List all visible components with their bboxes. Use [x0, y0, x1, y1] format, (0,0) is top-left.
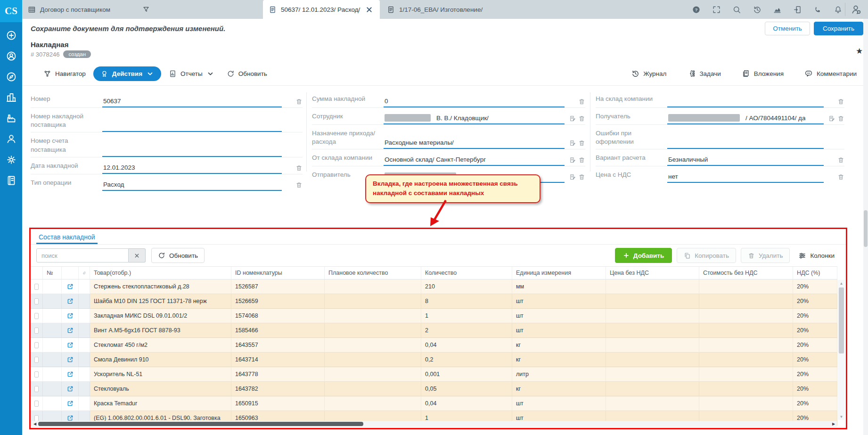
tab-contract-supplier[interactable]: Договор с поставщиком [22, 0, 156, 19]
cell-vat[interactable]: 20% [793, 323, 837, 338]
table-refresh-button[interactable]: Обновить [151, 248, 205, 263]
cell-product[interactable]: Стекломат 450 г/м2 [90, 338, 231, 353]
row-checkbox[interactable] [34, 357, 39, 363]
table-horizontal-scrollbar[interactable]: ◀ ▶ [32, 421, 837, 427]
cell-cost-no-vat[interactable] [699, 382, 793, 396]
cell-product[interactable]: Ускоритель NL-51 [90, 367, 231, 382]
cell-product[interactable]: Краска Temadur [90, 396, 231, 411]
cell-unit[interactable]: кг [512, 338, 606, 353]
cell-vat[interactable]: 20% [793, 382, 837, 396]
header-num[interactable]: № [43, 267, 62, 279]
sidebar-item-gear[interactable] [6, 154, 17, 165]
cell-qty[interactable]: 8 [421, 294, 512, 309]
navigator-button[interactable]: Навигатор [39, 67, 90, 81]
cell-nomenclature-id[interactable]: 1585466 [231, 323, 325, 338]
cell-vat[interactable]: 20% [793, 309, 837, 323]
add-row-button[interactable]: Добавить [615, 248, 672, 263]
external-link-icon[interactable] [67, 386, 74, 392]
cell-unit[interactable]: кг [512, 382, 606, 396]
row-checkbox[interactable] [34, 401, 39, 407]
header-price-no-vat[interactable]: Цена без НДС [606, 267, 699, 279]
field-value[interactable]: / АО/7804491104/ да [667, 111, 824, 124]
sidebar-item-buildings[interactable] [6, 92, 17, 103]
refresh-button[interactable]: Обновить [222, 67, 272, 81]
cell-qty[interactable]: 2 [421, 323, 512, 338]
comments-button[interactable]: Комментарии [802, 66, 859, 81]
header-open[interactable] [62, 267, 79, 279]
edit-icon[interactable] [569, 115, 576, 122]
cell-cost-no-vat[interactable] [699, 309, 793, 323]
field-value[interactable]: 0 [384, 94, 565, 107]
tasks-button[interactable]: Задачи [685, 66, 722, 81]
field-value[interactable]: 12.01.2023 [102, 161, 282, 174]
sidebar-item-factory[interactable] [6, 113, 17, 124]
cell-cost-no-vat[interactable] [699, 279, 793, 294]
cell-nomenclature-id[interactable]: 1574068 [231, 309, 325, 323]
cell-qty[interactable]: 0,05 [421, 382, 512, 396]
sidebar-item-plus-circle[interactable] [6, 30, 17, 41]
attachments-button[interactable]: Вложения [740, 66, 786, 81]
scroll-left-arrow[interactable]: ◀ [32, 421, 38, 427]
cell-product[interactable]: Стекловуаль [90, 382, 231, 396]
trash-icon[interactable] [295, 98, 303, 105]
cell-vat[interactable]: 20% [793, 338, 837, 353]
cell-qty[interactable]: 0,001 [421, 367, 512, 382]
cell-planned-qty[interactable] [325, 323, 421, 338]
cell-price-no-vat[interactable] [606, 279, 699, 294]
table-row[interactable]: Стержень стеклопластиковый д.28152658721… [31, 279, 837, 294]
page-scroll-thumb[interactable] [864, 210, 868, 247]
cell-planned-qty[interactable] [325, 309, 421, 323]
cell-planned-qty[interactable] [325, 294, 421, 309]
cell-product[interactable]: Шайба М10 DIN 125 ГОСТ 11371-78 нерж [90, 294, 231, 309]
cell-qty[interactable]: 0,04 [421, 338, 512, 353]
row-checkbox[interactable] [34, 371, 39, 378]
field-value[interactable]: Основной склад/ Санкт-Петербург [384, 153, 565, 166]
help-icon[interactable]: ? [692, 5, 701, 14]
row-checkbox[interactable] [34, 313, 39, 319]
vertical-scroll-thumb[interactable] [839, 287, 844, 353]
field-value[interactable]: Расходные материалы/ [384, 128, 565, 149]
table-vertical-scrollbar[interactable]: ▲ ▼ [838, 280, 845, 420]
fullscreen-icon[interactable] [712, 5, 721, 14]
chart-icon[interactable] [773, 5, 782, 14]
cell-nomenclature-id[interactable]: 1643782 [231, 382, 325, 396]
cell-cost-no-vat[interactable] [699, 294, 793, 309]
cell-planned-qty[interactable] [325, 382, 421, 396]
cell-unit[interactable]: литр [512, 367, 606, 382]
cell-price-no-vat[interactable] [606, 338, 699, 353]
page-scrollbar[interactable] [863, 19, 868, 435]
table-row[interactable]: Краска Temadur16509150,04шт20% [31, 396, 837, 411]
bell-icon[interactable] [834, 5, 843, 14]
cell-price-no-vat[interactable] [606, 353, 699, 367]
phone-icon[interactable] [813, 5, 822, 14]
scroll-down-arrow[interactable]: ▼ [838, 413, 845, 420]
field-value[interactable] [102, 136, 282, 156]
external-link-icon[interactable] [67, 283, 74, 290]
external-link-icon[interactable] [67, 356, 74, 363]
cell-vat[interactable]: 20% [793, 279, 837, 294]
field-value[interactable] [667, 94, 824, 107]
cell-cost-no-vat[interactable] [699, 338, 793, 353]
trash-icon[interactable] [837, 156, 844, 164]
trash-icon[interactable] [578, 140, 585, 147]
cell-product[interactable]: Смола Девинил 910 [90, 353, 231, 367]
header-nomenclature-id[interactable]: ID номенклатуры [231, 267, 325, 279]
cell-price-no-vat[interactable] [606, 323, 699, 338]
cell-nomenclature-id[interactable]: 1526587 [231, 279, 325, 294]
table-row[interactable]: Закладная МИКС DSL 09.01.001/215740681шт… [31, 309, 837, 323]
cell-nomenclature-id[interactable]: 1650915 [231, 396, 325, 411]
cell-unit[interactable]: мм [512, 279, 606, 294]
cell-nomenclature-id[interactable]: 1643557 [231, 338, 325, 353]
external-link-icon[interactable] [67, 312, 74, 319]
cell-unit[interactable]: шт [512, 294, 606, 309]
field-value[interactable] [102, 111, 282, 132]
actions-button[interactable]: Действия [93, 66, 161, 81]
cell-unit[interactable]: шт [512, 309, 606, 323]
table-row[interactable]: Ускоритель NL-5116437780,001литр20% [31, 367, 837, 382]
columns-settings-button[interactable]: Колонки [794, 248, 839, 263]
trash-icon[interactable] [837, 98, 844, 105]
table-row[interactable]: Винт А.М5-6gx16 ГОСТ 8878-9315854662шт20… [31, 323, 837, 338]
cell-unit[interactable]: шт [512, 396, 606, 411]
field-value[interactable]: 50637 [102, 94, 282, 107]
trash-icon[interactable] [578, 98, 585, 105]
